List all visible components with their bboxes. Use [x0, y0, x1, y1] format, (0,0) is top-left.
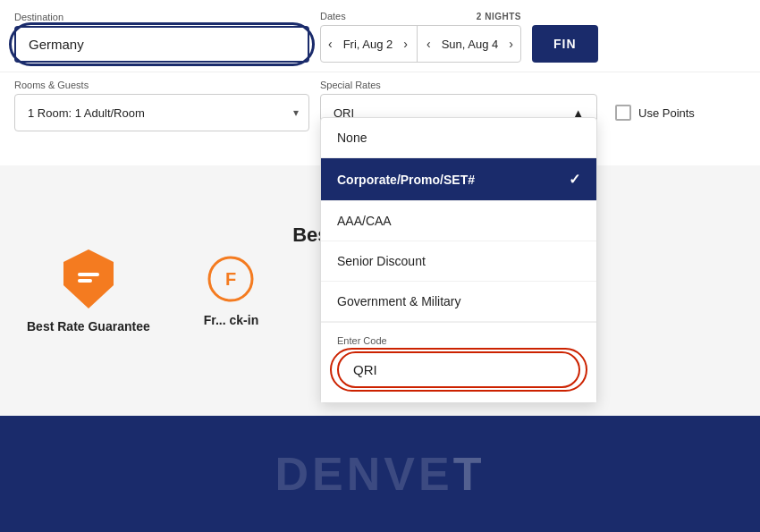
find-button[interactable]: FIN — [532, 25, 598, 63]
dates-label: Dates — [320, 11, 346, 21]
code-input-wrapper — [337, 351, 580, 388]
date-to-next-btn[interactable]: › — [502, 26, 520, 62]
dropdown-item-none[interactable]: None — [321, 118, 596, 158]
bg-bottom: DENVET — [0, 416, 760, 532]
rooms-select-wrapper: 1 Room: 1 Adult/Room ▾ — [14, 94, 309, 131]
date-from-next-btn[interactable]: › — [396, 26, 415, 62]
dates-label-row: Dates 2 NIGHTS — [320, 11, 521, 21]
enter-code-input[interactable] — [337, 351, 580, 388]
svg-rect-1 — [78, 273, 99, 276]
dates-inputs: ‹ Fri, Aug 2 › ‹ Sun, Aug 4 › — [320, 25, 521, 63]
denver-text: DENVET — [275, 447, 486, 501]
best-rate-block: Best Rate Guarantee — [27, 248, 150, 334]
dropdown-item-gov[interactable]: Government & Military — [321, 282, 596, 322]
rooms-guests-field: Rooms & Guests 1 Room: 1 Adult/Room ▾ — [14, 80, 309, 131]
enter-code-label: Enter Code — [337, 335, 580, 346]
rooms-label: Rooms & Guests — [14, 80, 309, 90]
dropdown-item-aaa-label: AAA/CAA — [337, 214, 392, 228]
rooms-select[interactable]: 1 Room: 1 Adult/Room — [14, 94, 309, 131]
destination-input-wrapper — [14, 26, 309, 63]
search-section: Destination Dates 2 NIGHTS ‹ Fri, Aug 2 … — [0, 0, 760, 140]
svg-rect-2 — [78, 279, 92, 283]
svg-text:F: F — [225, 269, 236, 289]
enter-code-section: Enter Code — [321, 322, 596, 402]
date-to-prev-btn[interactable]: ‹ — [419, 26, 438, 62]
dropdown-item-corporate[interactable]: Corporate/Promo/SET# ✓ — [321, 158, 596, 201]
free-cancel-block: F Fr... ck-in — [204, 255, 258, 327]
date-prev-btn[interactable]: ‹ — [321, 26, 340, 62]
shield-icon — [62, 248, 115, 310]
special-rates-label: Special Rates — [320, 80, 597, 90]
dropdown-item-corporate-label: Corporate/Promo/SET# — [337, 173, 475, 187]
dropdown-item-gov-label: Government & Military — [337, 294, 460, 308]
date-from-text: Fri, Aug 2 — [340, 38, 397, 51]
use-points-checkbox[interactable] — [615, 105, 631, 121]
dropdown-item-aaa[interactable]: AAA/CAA — [321, 201, 596, 241]
nights-badge: 2 NIGHTS — [477, 12, 521, 21]
date-to-text: Sun, Aug 4 — [438, 38, 502, 51]
destination-field: Destination — [14, 12, 309, 63]
free-cancel-text: Fr... ck-in — [204, 313, 258, 327]
dropdown-item-senior[interactable]: Senior Discount — [321, 241, 596, 282]
special-rates-field: Special Rates QRI ▲ None Corporate/Promo… — [320, 80, 597, 131]
dropdown-item-senior-label: Senior Discount — [337, 254, 426, 268]
search-bar-row1: Destination Dates 2 NIGHTS ‹ Fri, Aug 2 … — [0, 0, 760, 72]
search-bar-row2: Rooms & Guests 1 Room: 1 Adult/Room ▾ Sp… — [0, 72, 760, 140]
destination-input[interactable] — [14, 26, 309, 63]
dropdown-check-icon: ✓ — [569, 171, 580, 188]
special-rates-dropdown: None Corporate/Promo/SET# ✓ AAA/CAA Seni… — [320, 117, 597, 403]
dates-field: Dates 2 NIGHTS ‹ Fri, Aug 2 › ‹ Sun, Aug… — [320, 11, 521, 63]
free-cancel-icon: F — [207, 255, 256, 304]
use-points-wrapper: Use Points — [615, 94, 695, 131]
best-rate-text: Best Rate Guarantee — [27, 319, 150, 334]
dropdown-item-none-label: None — [337, 131, 367, 145]
use-points-label[interactable]: Use Points — [638, 106, 695, 120]
page-wrapper: Best Rate Guarantee F Fr... ck-in DENVET… — [0, 0, 760, 532]
date-separator — [417, 26, 418, 62]
destination-label: Destination — [14, 12, 309, 22]
